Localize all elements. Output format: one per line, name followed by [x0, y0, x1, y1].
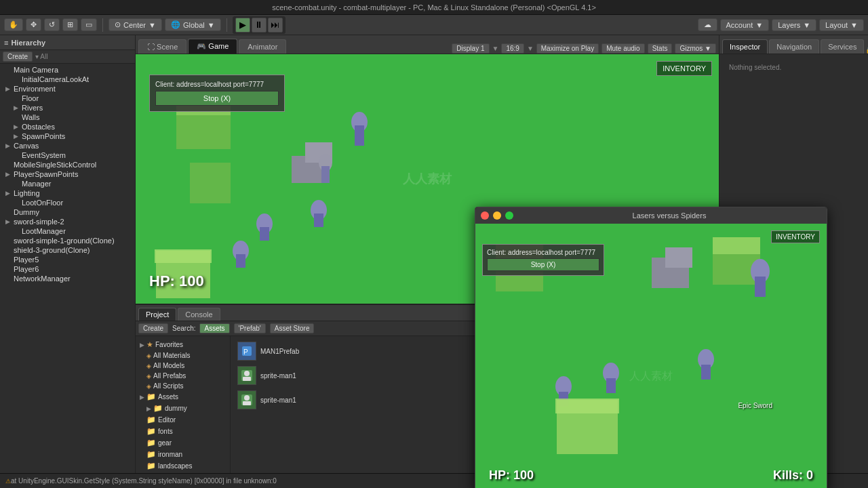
all-scripts-item[interactable]: ◈ All Scripts: [136, 381, 230, 391]
tab-console[interactable]: Console: [178, 308, 220, 321]
tab-inspector[interactable]: Inspector: [722, 39, 768, 54]
stats-btn[interactable]: Stats: [648, 43, 673, 54]
svg-rect-35: [606, 378, 616, 393]
tree-item-lighting[interactable]: ▶ Lighting: [0, 188, 135, 198]
float-maximize-btn[interactable]: [505, 211, 513, 220]
svg-rect-37: [701, 365, 711, 380]
lock-icon[interactable]: 🔒: [865, 46, 868, 54]
tab-animator[interactable]: Animator: [239, 39, 286, 54]
tree-item-lootonfloor[interactable]: LootOnFloor: [0, 198, 135, 207]
rect-tool-btn[interactable]: ▭: [81, 18, 97, 31]
svg-rect-25: [243, 401, 251, 405]
tree-item-dummy[interactable]: Dummy: [0, 207, 135, 217]
float-title: Lasers versus Spiders: [517, 211, 821, 220]
float-stop-button[interactable]: Stop (X): [487, 258, 599, 271]
project-create-btn[interactable]: Create: [138, 323, 168, 333]
assets-folder[interactable]: ▶ 📁 Assets: [136, 391, 230, 403]
inventory-btn[interactable]: INVENTORY: [656, 61, 712, 76]
game-controls-bar: Display 1 ▼ 16:9 ▼ Maximize on Play Mute…: [288, 43, 719, 54]
tab-game[interactable]: 🎮 Game: [188, 39, 237, 54]
sep2: [226, 18, 227, 32]
tree-item-eventsystem[interactable]: EventSystem: [0, 150, 135, 160]
assetstore-filter-btn[interactable]: Asset Store: [270, 323, 315, 333]
svg-point-12: [351, 112, 368, 132]
tree-item-environment[interactable]: ▶ Environment: [0, 84, 135, 94]
tree-item-sword-clone[interactable]: sword-simple-1-ground(Clone): [0, 236, 135, 245]
folder-landscapes[interactable]: 📁 landscapes: [136, 460, 230, 472]
all-prefabs-item[interactable]: ◈ All Prefabs: [136, 371, 230, 381]
all-materials-item[interactable]: ◈ All Materials: [136, 350, 230, 361]
play-button[interactable]: ▶: [235, 18, 250, 33]
hand-tool-btn[interactable]: ✋: [4, 18, 23, 31]
tab-services[interactable]: Services: [821, 39, 864, 54]
all-models-item[interactable]: ◈ All Models: [136, 361, 230, 371]
float-titlebar[interactable]: Lasers versus Spiders: [475, 207, 827, 224]
tree-item-player6[interactable]: Player6: [0, 264, 135, 274]
float-minimize-btn[interactable]: [493, 211, 501, 220]
assets-filter-btn[interactable]: Assets: [199, 323, 229, 333]
tree-item-shield-clone[interactable]: shield-3-ground(Clone): [0, 245, 135, 255]
svg-rect-11: [236, 254, 245, 268]
hp-display: HP: 100: [149, 272, 204, 290]
tree-item-canvas[interactable]: ▶ Canvas: [0, 141, 135, 150]
float-inventory-btn[interactable]: INVENTORY: [771, 230, 820, 243]
float-close-btn[interactable]: [481, 211, 489, 220]
stop-button[interactable]: Stop (X): [155, 91, 279, 106]
hierarchy-create-btn[interactable]: Create: [3, 52, 33, 62]
tree-item-sword-simple-2[interactable]: ▶ sword-simple-2: [0, 217, 135, 226]
tab-navigation[interactable]: Navigation: [769, 39, 819, 54]
layout-btn[interactable]: Layout ▼: [819, 19, 864, 31]
svg-point-34: [603, 363, 619, 383]
svg-rect-17: [155, 249, 212, 263]
favorites-folder[interactable]: ▶ ★ Favorites: [136, 339, 230, 350]
svg-rect-39: [559, 392, 568, 407]
cloud-btn[interactable]: ☁: [698, 18, 717, 31]
tree-item-spawnpoints[interactable]: ▶ SpawnPoints: [0, 131, 135, 141]
folder-ironman[interactable]: 📁 ironman: [136, 449, 230, 460]
gizmos-btn[interactable]: Gizmos ▼: [675, 43, 716, 54]
pivot-btn[interactable]: ⊙ Center ▼: [108, 18, 162, 31]
rotate-tool-btn[interactable]: ↺: [44, 18, 60, 31]
folder-man1[interactable]: ▶ 📁 man_1: [136, 472, 230, 473]
aspect-btn[interactable]: 16:9: [501, 43, 524, 54]
step-button[interactable]: ⏭: [268, 18, 283, 33]
inspector-tabs: Inspector Navigation Services 🔒: [719, 35, 868, 54]
svg-rect-7: [260, 227, 269, 241]
pause-button[interactable]: ⏸: [252, 18, 267, 33]
tree-item-rivers[interactable]: ▶ Rivers: [0, 103, 135, 113]
tree-item-main-camera[interactable]: Main Camera: [0, 65, 135, 75]
display-btn[interactable]: Display 1: [452, 43, 489, 54]
layers-btn[interactable]: Layers ▼: [772, 19, 816, 31]
tree-item-lootmanager[interactable]: LootManager: [0, 226, 135, 236]
maximize-on-play-btn[interactable]: Maximize on Play: [536, 43, 599, 54]
tree-item-mobilecontrol[interactable]: MobileSingleStickControl: [0, 160, 135, 169]
svg-point-30: [751, 259, 770, 283]
tab-scene[interactable]: ⛶ Scene: [138, 39, 186, 54]
tree-item-floor[interactable]: Floor: [0, 94, 135, 103]
folder-fonts[interactable]: 📁 fonts: [136, 426, 230, 437]
tree-item-initialcameralookAt[interactable]: InitialCameraLookAt: [0, 75, 135, 84]
svg-rect-22: [243, 377, 251, 381]
tree-item-walls[interactable]: Walls: [0, 113, 135, 122]
folder-dummy[interactable]: ▶ 📁 dummy: [136, 403, 230, 414]
hierarchy-search-filter[interactable]: ▾ All: [35, 53, 47, 60]
svg-rect-15: [321, 166, 330, 183]
mute-audio-btn[interactable]: Mute audio: [601, 43, 644, 54]
scale-tool-btn[interactable]: ⊞: [62, 18, 78, 31]
tree-item-player5[interactable]: Player5: [0, 255, 135, 264]
global-btn[interactable]: 🌐 Global ▼: [165, 18, 221, 31]
tab-project[interactable]: Project: [138, 308, 176, 321]
hierarchy-tree: Main Camera InitialCameraLookAt ▶ Enviro…: [0, 64, 135, 473]
move-tool-btn[interactable]: ✥: [26, 18, 41, 31]
account-btn[interactable]: Account ▼: [720, 19, 770, 31]
prefab-filter-btn[interactable]: 'Prefab': [234, 323, 266, 333]
tree-item-playerspawnpoints[interactable]: ▶ PlayerSpawnPoints: [0, 169, 135, 179]
folder-editor[interactable]: 📁 Editor: [136, 414, 230, 426]
tree-item-obstacles[interactable]: ▶ Obstacles: [0, 122, 135, 131]
tree-item-manager[interactable]: Manager: [0, 179, 135, 188]
folder-gear[interactable]: 📁 gear: [136, 437, 230, 449]
float-epic-sword-label: Epic Sword: [738, 402, 772, 409]
tree-item-networkmanager[interactable]: NetworkManager: [0, 274, 135, 283]
hierarchy-header: ≡ Hierarchy: [0, 35, 135, 50]
svg-point-10: [233, 241, 249, 261]
